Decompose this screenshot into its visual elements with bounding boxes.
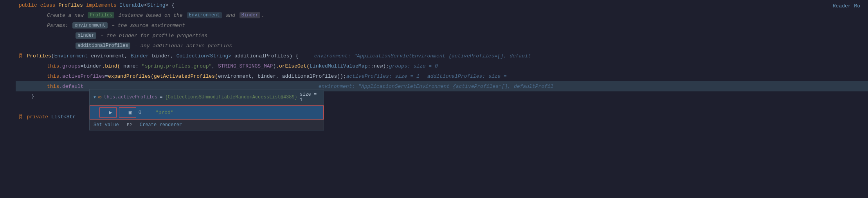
popup-variable-name: this.activeProfiles bbox=[104, 95, 157, 100]
line-doc-create: Create a new Profiles instance based on … bbox=[16, 10, 868, 20]
line-doc-additional: additionalProfiles – any additional acti… bbox=[16, 41, 868, 51]
line-class-declaration: public class Profiles implements Iterabl… bbox=[16, 0, 868, 10]
active-profiles-hint: activeProfiles: size = 1 bbox=[346, 73, 420, 79]
type-string: String bbox=[147, 2, 166, 8]
type-iterable: Iterable bbox=[120, 2, 144, 8]
line-doc-params: Params: environment – the source environ… bbox=[16, 20, 868, 30]
popup-size: size = 1 bbox=[300, 92, 320, 103]
popup-value: {Collections$UnmodifiableRandomAccessLis… bbox=[165, 95, 297, 100]
doc-additional-desc: – any additional active profiles bbox=[131, 43, 232, 49]
popup-header: ▼ ∞ this.activeProfiles = {Collections$U… bbox=[90, 89, 324, 105]
line-groups-assign: this .groups = binder .bind( name: "spri… bbox=[16, 61, 868, 71]
popup-infinity-icon: ∞ bbox=[98, 94, 101, 100]
doc-binder-badge: Binder bbox=[240, 12, 260, 18]
debug-popup: ▼ ∞ this.activeProfiles = {Collections$U… bbox=[89, 89, 324, 130]
default-hint: environment: "ApplicationServletEnvironm… bbox=[319, 84, 554, 89]
constructor-hint: environment: "ApplicationServletEnvironm… bbox=[314, 53, 531, 59]
popup-row-index: 0 bbox=[139, 110, 142, 116]
popup-equals: = bbox=[160, 95, 162, 100]
popup-set-value-action[interactable]: Set value bbox=[94, 122, 119, 128]
doc-environment-badge: Environment bbox=[187, 12, 222, 18]
additional-hint: additionalProfiles: size = bbox=[427, 73, 507, 79]
class-profiles: Profiles bbox=[58, 2, 83, 8]
gutter-at-icon: @ bbox=[19, 53, 22, 59]
popup-row-db-icon: ▣ bbox=[119, 107, 136, 118]
doc-env-desc: – the source environment bbox=[109, 23, 185, 29]
doc-additional-badge: additionalProfiles bbox=[76, 43, 130, 49]
doc-profiles-badge: Profiles bbox=[88, 12, 114, 18]
popup-collapse-icon[interactable]: ▼ bbox=[94, 95, 96, 100]
groups-hint: groups: size = 0 bbox=[389, 63, 438, 69]
doc-binder-param-badge: binder bbox=[76, 32, 96, 39]
popup-row-value: "prod" bbox=[155, 110, 174, 116]
doc-params-label: Params: bbox=[47, 23, 68, 29]
line-doc-binder: binder – the binder for profile properti… bbox=[16, 30, 868, 41]
doc-instance-text: instance based on the bbox=[115, 12, 185, 18]
keyword-implements: implements bbox=[86, 2, 117, 8]
editor-area: Reader Mo public class Profiles implemen… bbox=[0, 0, 868, 198]
gutter-at-icon-2: @ bbox=[19, 114, 22, 120]
popup-set-value-key: F2 bbox=[127, 123, 132, 127]
line-active-profiles: this .activeProfiles = expandProfiles( g… bbox=[16, 71, 868, 81]
keyword-class: class bbox=[40, 2, 56, 8]
doc-binder-desc: – the binder for profile properties bbox=[97, 33, 207, 39]
popup-footer: Set value F2 Create renderer bbox=[90, 120, 324, 130]
doc-create-text: Create a new bbox=[47, 12, 84, 18]
popup-row-expand-icon[interactable]: ▶ bbox=[99, 107, 117, 118]
keyword-public: public bbox=[19, 2, 37, 8]
doc-env-param-badge: environment bbox=[72, 22, 107, 29]
popup-create-renderer-action[interactable]: Create renderer bbox=[140, 122, 182, 128]
line-constructor: @ Profiles ( Environment environment , B… bbox=[16, 51, 868, 61]
constructor-name: Profiles bbox=[27, 53, 51, 59]
popup-data-row[interactable]: ▶ ▣ 0 = "prod" bbox=[90, 105, 324, 120]
